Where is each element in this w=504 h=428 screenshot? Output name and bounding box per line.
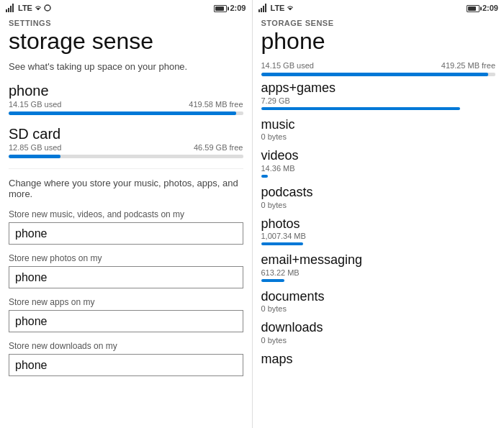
- category-size: 613.22 MB: [261, 268, 496, 277]
- category-item[interactable]: podcasts0 bytes: [261, 185, 496, 209]
- status-right-right: 2:09: [467, 4, 498, 12]
- right-content: STORAGE SENSE phone 14.15 GB used 419.25…: [253, 16, 505, 428]
- field-photos-select[interactable]: phone SD card: [9, 266, 243, 288]
- time-left: 2:09: [230, 4, 246, 12]
- field-photos-label: Store new photos on my: [9, 253, 243, 263]
- change-text: Change where you store your music, photo…: [9, 178, 243, 199]
- svg-point-4: [45, 5, 50, 11]
- settings-label: SETTINGS: [9, 16, 243, 27]
- field-apps-label: Store new apps on my: [9, 297, 243, 307]
- category-size: 0 bytes: [261, 304, 496, 313]
- status-left: LTE: [6, 4, 51, 12]
- svg-rect-2: [10, 6, 12, 12]
- category-item[interactable]: videos14.36 MB: [261, 148, 496, 178]
- category-name: apps+games: [261, 81, 496, 96]
- phone-progress-fill: [9, 111, 236, 115]
- phone-storage-item[interactable]: phone 14.15 GB used 419.58 MB free: [9, 82, 243, 115]
- status-bar-right: LTE 2:09: [253, 0, 505, 16]
- category-size: 0 bytes: [261, 336, 496, 345]
- right-storage-header: 14.15 GB used 419.25 MB free: [261, 61, 496, 76]
- category-bar: [261, 107, 461, 110]
- category-name: videos: [261, 148, 496, 164]
- battery-left: [214, 4, 227, 12]
- sd-free: 46.59 GB free: [194, 143, 243, 152]
- category-name: photos: [261, 217, 496, 232]
- svg-rect-3: [12, 4, 14, 12]
- category-size: 14.36 MB: [261, 164, 496, 173]
- category-name: maps: [261, 352, 496, 368]
- subtitle: See what's taking up space on your phone…: [9, 61, 243, 72]
- signal-icon-right: [258, 4, 269, 12]
- phone-storage-meta: 14.15 GB used 419.58 MB free: [9, 100, 243, 109]
- right-progress-track: [261, 73, 496, 76]
- category-size: 7.29 GB: [261, 96, 496, 105]
- right-progress-fill: [261, 73, 489, 76]
- right-panel: LTE 2:09 STORAGE SENSE phone 14.15 GB us…: [253, 0, 505, 428]
- page-title-right: phone: [261, 29, 496, 54]
- category-size: 0 bytes: [261, 132, 496, 141]
- svg-rect-1: [8, 8, 9, 12]
- svg-rect-0: [6, 9, 7, 12]
- field-downloads-select[interactable]: phone SD card: [9, 354, 243, 376]
- time-right: 2:09: [482, 4, 498, 12]
- wifi-icon-left: [35, 4, 42, 12]
- category-item[interactable]: photos1,007.34 MB: [261, 217, 496, 246]
- sd-progress-fill: [9, 155, 60, 158]
- svg-rect-8: [265, 4, 266, 12]
- right-free: 419.25 MB free: [441, 61, 495, 70]
- category-item[interactable]: apps+games7.29 GB: [261, 81, 496, 110]
- left-panel: LTE 2:09 SETTINGS storage sense See what…: [0, 0, 253, 428]
- right-used: 14.15 GB used: [261, 61, 314, 70]
- svg-rect-6: [261, 8, 262, 12]
- storage-sense-label: STORAGE SENSE: [261, 16, 496, 27]
- category-name: music: [261, 117, 496, 133]
- field-downloads: Store new downloads on my phone SD card: [9, 341, 243, 376]
- sd-progress-track: [9, 155, 243, 158]
- network-type-left: LTE: [18, 4, 32, 12]
- left-content: SETTINGS storage sense See what's taking…: [0, 16, 252, 428]
- status-right-left: 2:09: [214, 4, 246, 12]
- category-size: 1,007.34 MB: [261, 232, 496, 240]
- signal-icon-left: [6, 4, 16, 12]
- sd-used: 12.85 GB used: [9, 143, 61, 152]
- category-bar: [261, 242, 304, 245]
- phone-free: 419.58 MB free: [189, 100, 243, 109]
- sd-storage-item[interactable]: SD card 12.85 GB used 46.59 GB free: [9, 125, 243, 158]
- svg-rect-7: [263, 6, 264, 12]
- battery-right: [467, 4, 480, 12]
- field-music: Store new music, videos, and podcasts on…: [9, 209, 243, 245]
- category-bar: [261, 279, 285, 282]
- category-name: downloads: [261, 320, 496, 336]
- field-apps: Store new apps on my phone SD card: [9, 297, 243, 332]
- phone-storage-name: phone: [9, 82, 243, 99]
- category-item[interactable]: downloads0 bytes: [261, 320, 496, 345]
- category-name: documents: [261, 289, 496, 305]
- category-name: email+messaging: [261, 252, 496, 268]
- field-downloads-label: Store new downloads on my: [9, 341, 243, 351]
- extra-icon-left: [44, 4, 51, 12]
- category-item[interactable]: music0 bytes: [261, 117, 496, 142]
- network-type-right: LTE: [271, 4, 285, 12]
- categories-list: apps+games7.29 GBmusic0 bytesvideos14.36…: [261, 81, 496, 367]
- category-item[interactable]: documents0 bytes: [261, 289, 496, 314]
- sd-storage-meta: 12.85 GB used 46.59 GB free: [9, 143, 243, 152]
- field-music-label: Store new music, videos, and podcasts on…: [9, 209, 243, 219]
- field-music-select[interactable]: phone SD card: [9, 222, 243, 245]
- divider: [9, 168, 243, 169]
- status-bar-left: LTE 2:09: [0, 0, 252, 16]
- category-size: 0 bytes: [261, 201, 496, 209]
- phone-used: 14.15 GB used: [9, 100, 61, 109]
- category-name: podcasts: [261, 185, 496, 201]
- phone-progress-track: [9, 111, 243, 115]
- category-item[interactable]: maps: [261, 352, 496, 368]
- page-title-left: storage sense: [9, 29, 243, 54]
- field-apps-select[interactable]: phone SD card: [9, 310, 243, 332]
- category-item[interactable]: email+messaging613.22 MB: [261, 252, 496, 282]
- sd-storage-name: SD card: [9, 125, 243, 142]
- category-bar: [261, 175, 269, 178]
- wifi-icon-right: [287, 4, 294, 12]
- status-left-right: LTE: [258, 4, 294, 12]
- right-usage-line: 14.15 GB used 419.25 MB free: [261, 61, 496, 70]
- field-photos: Store new photos on my phone SD card: [9, 253, 243, 288]
- svg-rect-5: [258, 9, 260, 12]
